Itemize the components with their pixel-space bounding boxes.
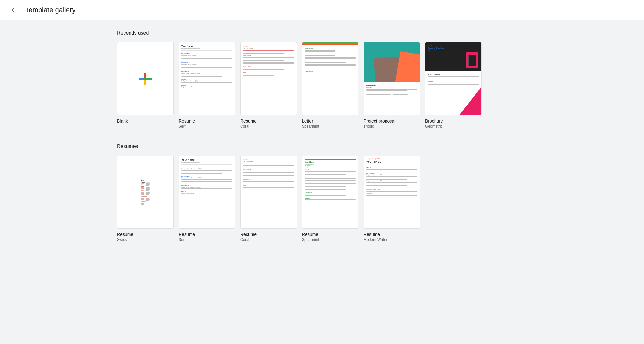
- template-thumb-resume-coral-2[interactable]: Hello, I'm Your Name EXPERIENCE EDUCATIO…: [240, 156, 297, 229]
- resume-serif-content: Your Name email@email.com | 555-555-5555…: [179, 42, 235, 115]
- project-tropic-content: Project Name 2024-2024: [364, 42, 420, 115]
- template-label-letter-spearmint-main: Letter: [302, 118, 358, 123]
- template-label-resume-coral-sub: Coral: [240, 124, 297, 128]
- template-letter-spearmint[interactable]: Your Name: [302, 42, 358, 128]
- template-label-resume-serif-main: Resume: [179, 118, 235, 123]
- resumes-section: Resumes YourName Creative Director Skill…: [117, 144, 527, 242]
- brochure-corner-decoration: [459, 87, 481, 115]
- template-label-resume-swiss-sub: Swiss: [117, 238, 174, 242]
- template-thumb-resume-modern-writer[interactable]: email@email.com | 555-5555 YOUR NAME SKI…: [364, 156, 420, 229]
- template-label-resume-coral-2-sub: Coral: [240, 238, 297, 242]
- template-thumb-resume-swiss[interactable]: YourName Creative Director Skills Experi…: [117, 156, 174, 229]
- template-label-brochure-geo-sub: Geometric: [425, 124, 482, 128]
- resume-spearmint-content: Your Name Industrial Designer 555-555-55…: [302, 156, 358, 228]
- template-label-blank-main: Blank: [117, 118, 174, 123]
- recently-used-section: Recently used Blank Your N: [117, 30, 527, 128]
- template-thumb-resume-serif[interactable]: Your Name email@email.com | 555-555-5555…: [179, 42, 235, 115]
- resume-serif-2-content: Your Name email@email.com | 555-555-5555…: [179, 156, 235, 228]
- resumes-title: Resumes: [117, 144, 527, 149]
- template-thumb-resume-coral[interactable]: Hello, I'm Your Name EXPERIENCE EDUCATIO…: [240, 42, 297, 115]
- template-resume-modern-writer[interactable]: email@email.com | 555-5555 YOUR NAME SKI…: [364, 156, 420, 242]
- template-blank[interactable]: Blank: [117, 42, 174, 128]
- plus-icon: [138, 71, 153, 86]
- template-label-resume-coral-main: Resume: [240, 118, 297, 123]
- template-resume-serif[interactable]: Your Name email@email.com | 555-555-5555…: [179, 42, 235, 128]
- template-label-resume-coral-2-main: Resume: [240, 232, 297, 237]
- recently-used-grid: Blank Your Name email@email.com | 555-55…: [117, 42, 527, 128]
- resume-modern-writer-content: email@email.com | 555-5555 YOUR NAME SKI…: [364, 156, 420, 228]
- template-thumb-blank[interactable]: [117, 42, 174, 115]
- resumes-grid: YourName Creative Director Skills Experi…: [117, 156, 527, 242]
- resume-swiss-content: YourName Creative Director Skills Experi…: [138, 177, 153, 207]
- template-resume-coral[interactable]: Hello, I'm Your Name EXPERIENCE EDUCATIO…: [240, 42, 297, 128]
- template-thumb-resume-serif-2[interactable]: Your Name email@email.com | 555-555-5555…: [179, 156, 235, 229]
- back-button[interactable]: [8, 4, 20, 16]
- template-resume-coral-2[interactable]: Hello, I'm Your Name EXPERIENCE EDUCATIO…: [240, 156, 297, 242]
- template-brochure-geo[interactable]: Your Company Product Brochure Tagline fo…: [425, 42, 482, 128]
- svg-rect-2: [144, 73, 146, 78]
- template-label-resume-serif-2-sub: Serif: [179, 238, 235, 242]
- template-label-brochure-geo-main: Brochure: [425, 118, 482, 123]
- template-resume-swiss[interactable]: YourName Creative Director Skills Experi…: [117, 156, 174, 242]
- template-label-letter-spearmint-sub: Spearmint: [302, 124, 358, 128]
- app-header: Template gallery: [0, 0, 644, 20]
- recently-used-title: Recently used: [117, 30, 527, 36]
- template-label-project-tropic-sub: Tropic: [364, 124, 420, 128]
- template-label-resume-swiss-main: Resume: [117, 232, 174, 237]
- brochure-geo-content: Your Company Product Brochure Tagline fo…: [425, 42, 481, 115]
- back-arrow-icon: [10, 6, 18, 14]
- template-label-resume-serif-2-main: Resume: [179, 232, 235, 237]
- page-title: Template gallery: [25, 6, 75, 14]
- template-label-resume-serif-sub: Serif: [179, 124, 235, 128]
- template-thumb-project-tropic[interactable]: Project Name 2024-2024: [364, 42, 420, 115]
- main-content: Recently used Blank Your N: [102, 20, 542, 267]
- template-thumb-brochure-geo[interactable]: Your Company Product Brochure Tagline fo…: [425, 42, 482, 115]
- template-label-resume-spearmint-sub: Spearmint: [302, 238, 358, 242]
- template-thumb-letter-spearmint[interactable]: Your Name: [302, 42, 358, 115]
- svg-rect-3: [139, 78, 144, 80]
- letter-spearmint-content: Your Name: [302, 42, 358, 115]
- template-thumb-resume-spearmint[interactable]: Your Name Industrial Designer 555-555-55…: [302, 156, 358, 229]
- template-label-resume-modern-writer-sub: Modern Writer: [364, 238, 420, 242]
- template-resume-serif-2[interactable]: Your Name email@email.com | 555-555-5555…: [179, 156, 235, 242]
- template-project-tropic[interactable]: Project Name 2024-2024: [364, 42, 420, 128]
- template-label-resume-modern-writer-main: Resume: [364, 232, 420, 237]
- template-label-resume-spearmint-main: Resume: [302, 232, 358, 237]
- template-label-project-tropic-main: Project proposal: [364, 118, 420, 123]
- template-resume-spearmint[interactable]: Your Name Industrial Designer 555-555-55…: [302, 156, 358, 242]
- resume-coral-content: Hello, I'm Your Name EXPERIENCE EDUCATIO…: [241, 42, 297, 115]
- resume-coral-2-content: Hello, I'm Your Name EXPERIENCE EDUCATIO…: [241, 156, 297, 228]
